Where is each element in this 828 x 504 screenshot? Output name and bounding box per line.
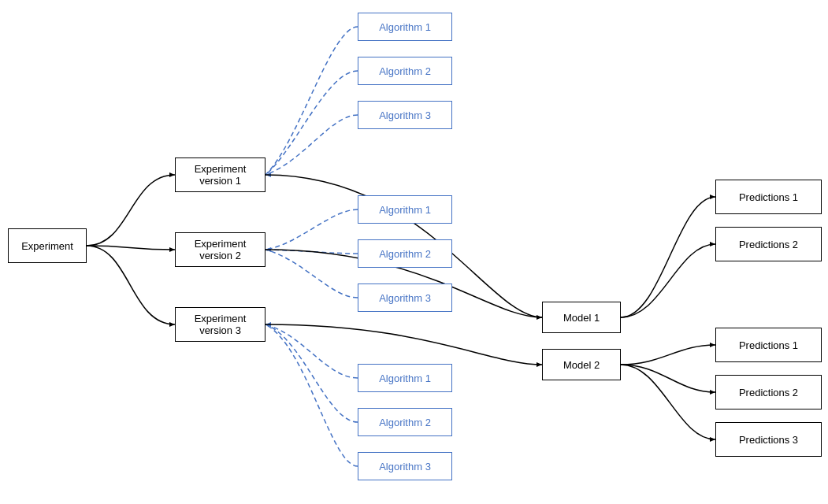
svg-marker-9 — [710, 242, 715, 246]
svg-marker-1 — [169, 247, 175, 252]
alg3-g1-node: Algorithm 3 — [358, 101, 452, 129]
pred1-m2-label: Predictions 1 — [739, 339, 798, 351]
experiment-label: Experiment — [21, 240, 73, 252]
alg3-g3-label: Algorithm 3 — [379, 461, 431, 472]
pred3-m2-node: Predictions 3 — [715, 422, 822, 457]
model1-node: Model 1 — [542, 302, 621, 333]
model1-label: Model 1 — [563, 312, 600, 324]
pred1-m1-node: Predictions 1 — [715, 180, 822, 214]
alg2-g2-label: Algorithm 2 — [379, 248, 431, 260]
experiment-node: Experiment — [8, 228, 87, 263]
svg-marker-12 — [710, 437, 715, 442]
svg-marker-0 — [169, 172, 175, 177]
svg-marker-2 — [169, 322, 175, 327]
pred2-m1-label: Predictions 2 — [739, 239, 798, 250]
alg3-g3-node: Algorithm 3 — [358, 452, 452, 480]
alg2-g3-node: Algorithm 2 — [358, 408, 452, 436]
pred1-m2-node: Predictions 1 — [715, 328, 822, 362]
exp-v1-label: Experimentversion 1 — [195, 163, 247, 187]
alg1-g2-node: Algorithm 1 — [358, 195, 452, 224]
pred2-m2-node: Predictions 2 — [715, 375, 822, 410]
model2-node: Model 2 — [542, 349, 621, 380]
svg-marker-8 — [710, 195, 715, 199]
alg2-g2-node: Algorithm 2 — [358, 239, 452, 268]
alg1-g3-node: Algorithm 1 — [358, 364, 452, 392]
alg3-g2-label: Algorithm 3 — [379, 292, 431, 304]
alg1-g3-label: Algorithm 1 — [379, 372, 431, 384]
svg-marker-7 — [537, 362, 542, 367]
pred1-m1-label: Predictions 1 — [739, 191, 798, 203]
exp-version-3-node: Experimentversion 3 — [175, 307, 265, 342]
svg-marker-11 — [710, 390, 715, 395]
svg-marker-10 — [710, 343, 715, 347]
exp-v3-label: Experimentversion 3 — [195, 313, 247, 336]
exp-version-1-node: Experimentversion 1 — [175, 158, 265, 192]
exp-v2-label: Experimentversion 2 — [195, 238, 247, 261]
alg1-g2-label: Algorithm 1 — [379, 204, 431, 216]
pred2-m1-node: Predictions 2 — [715, 227, 822, 261]
alg2-g1-label: Algorithm 2 — [379, 65, 431, 77]
alg1-g1-node: Algorithm 1 — [358, 13, 452, 41]
alg2-g3-label: Algorithm 2 — [379, 417, 431, 428]
pred2-m2-label: Predictions 2 — [739, 387, 798, 398]
alg2-g1-node: Algorithm 2 — [358, 57, 452, 85]
alg1-g1-label: Algorithm 1 — [379, 21, 431, 33]
model2-label: Model 2 — [563, 359, 600, 371]
alg3-g2-node: Algorithm 3 — [358, 284, 452, 312]
svg-marker-6 — [537, 315, 542, 320]
exp-version-2-node: Experimentversion 2 — [175, 232, 265, 267]
alg3-g1-label: Algorithm 3 — [379, 109, 431, 121]
pred3-m2-label: Predictions 3 — [739, 434, 798, 446]
